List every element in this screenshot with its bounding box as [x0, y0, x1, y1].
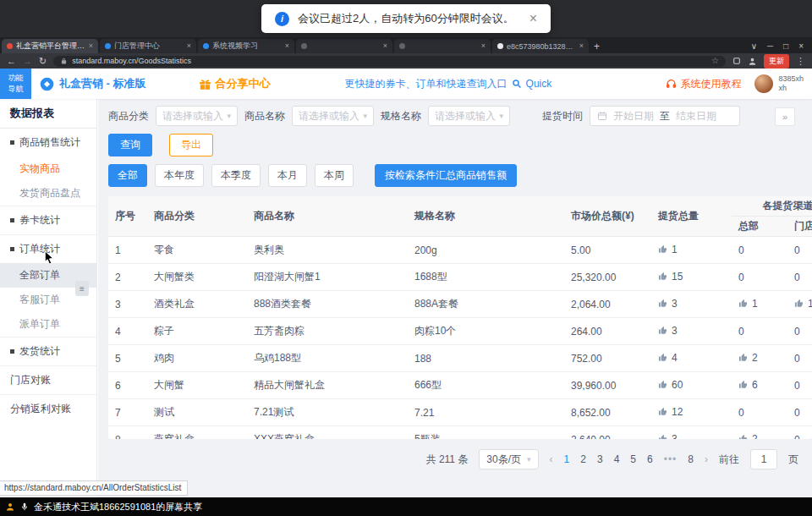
tab-close-icon[interactable]: × — [89, 42, 93, 50]
cell-category: 粽子 — [154, 325, 174, 337]
col-header-name: 商品名称 — [247, 196, 408, 237]
total-count: 共 211 条 — [426, 453, 469, 467]
new-tab-button[interactable]: + — [594, 41, 600, 52]
browser-tab[interactable]: × — [394, 39, 491, 53]
cell-spec: 1688型 — [414, 271, 447, 283]
update-button[interactable]: 更新 — [764, 54, 789, 69]
tab-close-icon[interactable]: × — [187, 42, 191, 50]
goto-unit: 页 — [788, 453, 798, 467]
filter-collapse-button[interactable]: » — [775, 107, 795, 126]
window-close-button[interactable]: × — [798, 41, 804, 51]
summary-button[interactable]: 按检索条件汇总商品销售额 — [375, 164, 517, 187]
back-button[interactable]: ← — [7, 57, 16, 66]
pickup-icon — [658, 380, 667, 392]
forward-button[interactable]: → — [23, 57, 32, 66]
filter-group: 规格名称 请选择或输入 ▾ — [381, 106, 510, 126]
table-row: 2 大闸蟹类 阳澄湖大闸蟹1 1688型 25,320.00 15 0 0 — [108, 264, 812, 291]
col-header-category: 商品分类 — [147, 196, 247, 237]
cell-name: XXX燕窝礼盒 — [254, 433, 315, 439]
extension-icon[interactable] — [732, 57, 741, 65]
browser-tab[interactable]: e8c573980b1328a258fd2e6f × — [492, 39, 589, 53]
sidebar-item[interactable]: 分销返利对账 — [0, 394, 96, 423]
tab-close-icon[interactable]: × — [579, 42, 584, 50]
profile-icon[interactable] — [748, 57, 757, 66]
sidebar-item[interactable]: 发货统计 — [0, 337, 96, 365]
page-number-last[interactable]: 8 — [688, 453, 694, 465]
cell-hq: 0 — [738, 326, 744, 338]
user-info: 8385xh xh — [778, 74, 804, 94]
range-tab[interactable]: 本季度 — [211, 164, 261, 187]
next-page-button[interactable]: › — [705, 453, 708, 465]
page-size-select[interactable]: 30条/页 ▾ — [479, 449, 538, 469]
page-number[interactable]: 1 — [564, 453, 570, 465]
maximize-button[interactable]: □ — [783, 41, 788, 51]
cell-total: 3 — [672, 433, 678, 439]
export-button[interactable]: 导出 — [169, 134, 213, 156]
bullet-icon — [10, 140, 14, 145]
browser-menu-icon[interactable]: ⋮ — [796, 57, 805, 66]
share-center-link[interactable]: 合分享中心 — [199, 76, 271, 91]
sidebar-item[interactable]: 订单统计 — [0, 234, 96, 263]
tab-close-icon[interactable]: × — [481, 42, 486, 50]
tutorial-link[interactable]: 系统使用教程 — [666, 77, 741, 91]
prev-page-button[interactable]: ‹ — [550, 453, 553, 465]
bookmark-star-icon[interactable]: ☆ — [711, 57, 719, 65]
quick-entry-link[interactable]: 更快捷的券卡、订单和快递查询入口 Quick — [345, 77, 552, 91]
meeting-toast: i 会议已超过2人，自动转为60分钟限时会议。 × — [261, 4, 551, 33]
page-number[interactable]: 4 — [614, 453, 620, 465]
cell-amount: 264.00 — [571, 326, 602, 338]
page-number[interactable]: 2 — [580, 453, 586, 465]
sidebar-item[interactable]: 发货商品盘点 — [0, 181, 96, 206]
range-tab[interactable]: 本年度 — [155, 164, 204, 187]
goto-label: 前往 — [719, 453, 739, 467]
minimize-button[interactable]: ─ — [767, 41, 773, 51]
goto-page-input[interactable]: 1 — [750, 449, 777, 469]
cell-total: 3 — [672, 325, 678, 337]
cell-spec: 888A套餐 — [414, 298, 458, 310]
cell-category: 大闸蟹 — [154, 379, 184, 391]
page-number[interactable]: 6 — [647, 453, 653, 465]
sidebar-collapse-handle[interactable]: ≡ — [75, 281, 89, 296]
range-tab[interactable]: 全部 — [108, 164, 147, 187]
range-tab[interactable]: 本周 — [315, 164, 354, 187]
reload-button[interactable]: ↻ — [39, 57, 47, 66]
tab-search-icon[interactable]: ∨ — [751, 41, 757, 51]
address-bar[interactable]: standard.maboy.cn/GoodsStatistics ☆ — [53, 56, 726, 67]
share-center-label: 合分享中心 — [216, 76, 271, 91]
bullet-icon — [10, 349, 14, 354]
tab-close-icon[interactable]: × — [383, 42, 387, 50]
range-tab[interactable]: 本月 — [268, 164, 307, 187]
page-number[interactable]: 3 — [597, 453, 603, 465]
avatar[interactable] — [754, 74, 773, 93]
browser-tab[interactable]: 门店管理中心 × — [100, 39, 196, 53]
screen-share-text: 金禾通技术王斌18662591081的屏幕共享 — [34, 501, 202, 513]
sidebar-item[interactable]: 券卡统计 — [0, 206, 96, 234]
function-nav-button[interactable]: 功能导航 — [0, 69, 31, 99]
table-row: 7 测试 7.21测试 7.21 8,652.00 12 0 0 — [108, 399, 812, 426]
browser-tab[interactable]: 礼盒营销平台管理中心 × — [2, 39, 98, 53]
brand-logo-icon — [40, 77, 54, 91]
cell-amount: 752.00 — [571, 353, 602, 365]
page-ellipsis[interactable]: ••• — [664, 453, 678, 465]
sidebar-item[interactable]: 实物商品 — [0, 156, 96, 181]
close-icon[interactable]: × — [529, 12, 537, 25]
tab-favicon-icon — [105, 43, 111, 49]
filter-select[interactable]: 请选择或输入 ▾ — [292, 106, 374, 126]
browser-tab[interactable]: 系统视频学习 × — [198, 39, 294, 53]
page-number[interactable]: 5 — [630, 453, 636, 465]
date-range-picker[interactable]: 开始日期 至 结束日期 — [590, 106, 740, 126]
filter-select[interactable]: 请选择或输入 ▾ — [428, 106, 510, 126]
tab-title: 礼盒营销平台管理中心 — [16, 41, 85, 52]
table-row: 8 燕窝礼盒 XXX燕窝礼盒 5瓶装 2,640.00 3 2 0 — [108, 426, 812, 440]
browser-tab[interactable]: × — [296, 39, 392, 53]
sidebar-item[interactable]: 派单订单 — [0, 312, 96, 337]
col-header-total: 提货总量 — [651, 196, 732, 237]
filter-select[interactable]: 请选择或输入 ▾ — [156, 106, 238, 126]
sidebar-item[interactable]: 商品销售统计 — [0, 129, 96, 156]
sidebar-item[interactable]: 门店对账 — [0, 365, 96, 394]
pickup-icon — [658, 353, 667, 365]
query-button[interactable]: 查询 — [108, 134, 152, 156]
cell-no: 6 — [115, 380, 121, 392]
tab-close-icon[interactable]: × — [285, 42, 289, 50]
table-card: 序号 商品分类 商品名称 规格名称 市场价总额(¥) 提货总量 各提货渠道 总部… — [108, 196, 812, 439]
